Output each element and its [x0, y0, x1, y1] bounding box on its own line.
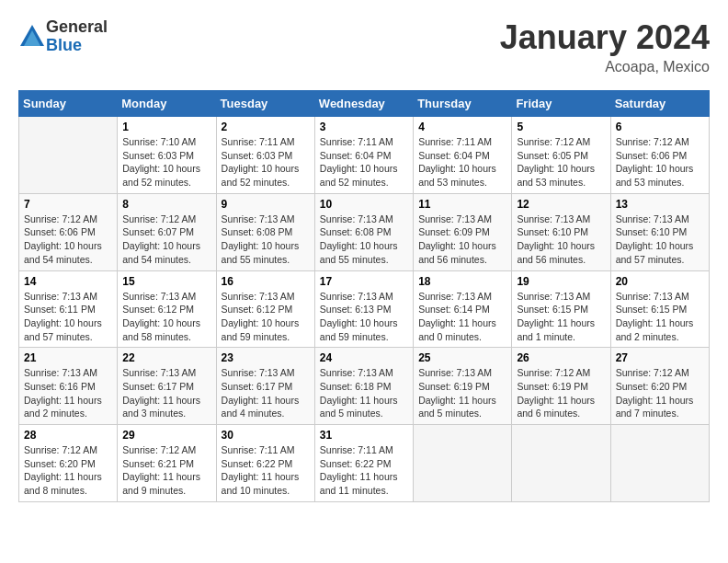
calendar-table: SundayMondayTuesdayWednesdayThursdayFrid… — [18, 90, 710, 502]
calendar-cell: 22Sunrise: 7:13 AM Sunset: 6:17 PM Dayli… — [118, 348, 216, 425]
day-info: Sunrise: 7:13 AM Sunset: 6:19 PM Dayligh… — [418, 366, 506, 420]
day-number: 20 — [616, 275, 704, 288]
calendar-cell: 2Sunrise: 7:11 AM Sunset: 6:03 PM Daylig… — [216, 117, 314, 194]
day-number: 10 — [320, 198, 408, 211]
logo-icon — [18, 23, 46, 51]
calendar-cell — [512, 425, 610, 502]
day-number: 15 — [122, 275, 210, 288]
calendar-cell: 31Sunrise: 7:11 AM Sunset: 6:22 PM Dayli… — [314, 425, 413, 502]
day-number: 26 — [517, 351, 605, 364]
day-info: Sunrise: 7:13 AM Sunset: 6:09 PM Dayligh… — [418, 213, 506, 267]
calendar-cell: 12Sunrise: 7:13 AM Sunset: 6:10 PM Dayli… — [512, 193, 610, 270]
calendar-cell: 3Sunrise: 7:11 AM Sunset: 6:04 PM Daylig… — [314, 117, 413, 194]
day-info: Sunrise: 7:13 AM Sunset: 6:10 PM Dayligh… — [616, 213, 704, 267]
day-info: Sunrise: 7:13 AM Sunset: 6:17 PM Dayligh… — [222, 366, 310, 420]
calendar-cell: 4Sunrise: 7:11 AM Sunset: 6:04 PM Daylig… — [414, 117, 512, 194]
day-info: Sunrise: 7:12 AM Sunset: 6:06 PM Dayligh… — [616, 135, 704, 190]
col-header-monday: Monday — [118, 91, 216, 117]
calendar-cell: 28Sunrise: 7:12 AM Sunset: 6:20 PM Dayli… — [19, 425, 118, 502]
day-info: Sunrise: 7:13 AM Sunset: 6:17 PM Dayligh… — [122, 366, 210, 420]
day-info: Sunrise: 7:12 AM Sunset: 6:21 PM Dayligh… — [122, 443, 210, 498]
calendar-cell — [610, 425, 709, 502]
day-info: Sunrise: 7:12 AM Sunset: 6:06 PM Dayligh… — [24, 213, 112, 267]
day-number: 25 — [418, 351, 506, 364]
calendar-cell: 29Sunrise: 7:12 AM Sunset: 6:21 PM Dayli… — [118, 425, 216, 502]
calendar-week-1: 1Sunrise: 7:10 AM Sunset: 6:03 PM Daylig… — [19, 117, 710, 194]
day-number: 3 — [320, 121, 408, 133]
day-info: Sunrise: 7:12 AM Sunset: 6:20 PM Dayligh… — [616, 366, 704, 420]
day-number: 17 — [320, 275, 408, 288]
calendar-cell: 23Sunrise: 7:13 AM Sunset: 6:17 PM Dayli… — [216, 348, 314, 425]
day-number: 13 — [616, 198, 704, 211]
day-number: 7 — [24, 198, 112, 211]
day-number: 22 — [122, 351, 210, 364]
day-number: 8 — [122, 198, 210, 211]
day-info: Sunrise: 7:13 AM Sunset: 6:15 PM Dayligh… — [616, 290, 704, 344]
day-info: Sunrise: 7:11 AM Sunset: 6:22 PM Dayligh… — [320, 443, 408, 498]
day-number: 19 — [517, 275, 605, 288]
calendar-week-2: 7Sunrise: 7:12 AM Sunset: 6:06 PM Daylig… — [19, 193, 710, 270]
logo: General Blue — [18, 18, 108, 55]
day-number: 6 — [616, 121, 704, 133]
calendar-week-5: 28Sunrise: 7:12 AM Sunset: 6:20 PM Dayli… — [19, 425, 710, 502]
day-number: 9 — [222, 198, 310, 211]
day-info: Sunrise: 7:13 AM Sunset: 6:10 PM Dayligh… — [517, 213, 605, 267]
calendar-cell: 24Sunrise: 7:13 AM Sunset: 6:18 PM Dayli… — [314, 348, 413, 425]
calendar-cell: 26Sunrise: 7:12 AM Sunset: 6:19 PM Dayli… — [512, 348, 610, 425]
col-header-sunday: Sunday — [19, 91, 118, 117]
day-number: 12 — [517, 198, 605, 211]
day-number: 29 — [122, 429, 210, 442]
col-header-wednesday: Wednesday — [314, 91, 413, 117]
calendar-cell: 21Sunrise: 7:13 AM Sunset: 6:16 PM Dayli… — [19, 348, 118, 425]
day-info: Sunrise: 7:13 AM Sunset: 6:18 PM Dayligh… — [320, 366, 408, 420]
day-info: Sunrise: 7:11 AM Sunset: 6:04 PM Dayligh… — [320, 135, 408, 190]
day-info: Sunrise: 7:12 AM Sunset: 6:20 PM Dayligh… — [24, 443, 112, 498]
day-number: 2 — [222, 121, 310, 133]
calendar-header-row: SundayMondayTuesdayWednesdayThursdayFrid… — [19, 91, 710, 117]
calendar-cell: 14Sunrise: 7:13 AM Sunset: 6:11 PM Dayli… — [19, 270, 118, 348]
col-header-tuesday: Tuesday — [216, 91, 314, 117]
day-number: 31 — [320, 429, 408, 442]
day-info: Sunrise: 7:11 AM Sunset: 6:03 PM Dayligh… — [222, 135, 310, 190]
day-info: Sunrise: 7:13 AM Sunset: 6:15 PM Dayligh… — [517, 290, 605, 344]
day-number: 4 — [418, 121, 506, 133]
calendar-cell: 16Sunrise: 7:13 AM Sunset: 6:12 PM Dayli… — [216, 270, 314, 348]
calendar-cell: 9Sunrise: 7:13 AM Sunset: 6:08 PM Daylig… — [216, 193, 314, 270]
day-number: 24 — [320, 351, 408, 364]
logo-general: General — [46, 18, 108, 37]
calendar-cell — [19, 117, 118, 194]
day-number: 23 — [222, 351, 310, 364]
calendar-week-4: 21Sunrise: 7:13 AM Sunset: 6:16 PM Dayli… — [19, 348, 710, 425]
day-info: Sunrise: 7:13 AM Sunset: 6:12 PM Dayligh… — [222, 290, 310, 344]
logo-text: General Blue — [46, 18, 108, 55]
calendar-cell: 17Sunrise: 7:13 AM Sunset: 6:13 PM Dayli… — [314, 270, 413, 348]
day-info: Sunrise: 7:11 AM Sunset: 6:04 PM Dayligh… — [418, 135, 506, 190]
day-info: Sunrise: 7:13 AM Sunset: 6:14 PM Dayligh… — [418, 290, 506, 344]
calendar-cell: 8Sunrise: 7:12 AM Sunset: 6:07 PM Daylig… — [118, 193, 216, 270]
day-number: 18 — [418, 275, 506, 288]
day-info: Sunrise: 7:13 AM Sunset: 6:12 PM Dayligh… — [122, 290, 210, 344]
day-number: 28 — [24, 429, 112, 442]
calendar-cell — [414, 425, 512, 502]
day-info: Sunrise: 7:13 AM Sunset: 6:13 PM Dayligh… — [320, 290, 408, 344]
calendar-cell: 1Sunrise: 7:10 AM Sunset: 6:03 PM Daylig… — [118, 117, 216, 194]
col-header-thursday: Thursday — [414, 91, 512, 117]
day-number: 27 — [616, 351, 704, 364]
day-info: Sunrise: 7:11 AM Sunset: 6:22 PM Dayligh… — [222, 443, 310, 498]
title-area: January 2024 Acoapa, Mexico — [500, 18, 710, 75]
day-number: 1 — [122, 121, 210, 133]
day-number: 5 — [517, 121, 605, 133]
calendar-cell: 7Sunrise: 7:12 AM Sunset: 6:06 PM Daylig… — [19, 193, 118, 270]
calendar-cell: 11Sunrise: 7:13 AM Sunset: 6:09 PM Dayli… — [414, 193, 512, 270]
day-info: Sunrise: 7:13 AM Sunset: 6:08 PM Dayligh… — [222, 213, 310, 267]
calendar-cell: 15Sunrise: 7:13 AM Sunset: 6:12 PM Dayli… — [118, 270, 216, 348]
calendar-cell: 19Sunrise: 7:13 AM Sunset: 6:15 PM Dayli… — [512, 270, 610, 348]
month-title: January 2024 — [500, 18, 710, 57]
subtitle: Acoapa, Mexico — [500, 59, 710, 75]
day-number: 21 — [24, 351, 112, 364]
day-info: Sunrise: 7:13 AM Sunset: 6:11 PM Dayligh… — [24, 290, 112, 344]
calendar-cell: 10Sunrise: 7:13 AM Sunset: 6:08 PM Dayli… — [314, 193, 413, 270]
day-info: Sunrise: 7:10 AM Sunset: 6:03 PM Dayligh… — [122, 135, 210, 190]
calendar-cell: 27Sunrise: 7:12 AM Sunset: 6:20 PM Dayli… — [610, 348, 709, 425]
calendar-cell: 25Sunrise: 7:13 AM Sunset: 6:19 PM Dayli… — [414, 348, 512, 425]
